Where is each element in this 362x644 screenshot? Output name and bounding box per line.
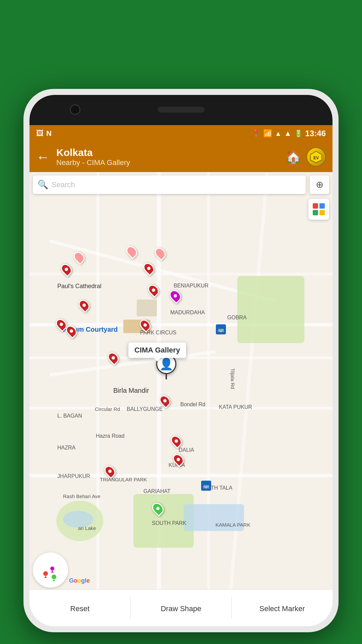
status-left-icons: 🖼 N xyxy=(36,129,52,138)
grid-cell-blue xyxy=(319,203,325,209)
image-status-icon: 🖼 xyxy=(36,129,44,138)
map-label-tiljala: Tiljala Rd xyxy=(230,368,236,389)
svg-point-7 xyxy=(52,575,56,579)
map-label-ari-lake: ari Lake xyxy=(78,525,96,531)
svg-point-5 xyxy=(50,567,54,571)
toolbar-icons: 🏠 EV xyxy=(286,147,326,167)
map-label-jharpukur: JHARPUKUR xyxy=(57,473,90,479)
toolbar-city: Kolkata xyxy=(56,147,286,158)
phone-frame: 🖼 N 📍 📶 ▲ ▲ 🔋 13:46 ← Kolkata Nearby - C… xyxy=(23,89,339,632)
transit-icon-1: 🚌 xyxy=(216,324,226,334)
draw-shape-label: Draw Shape xyxy=(161,604,201,613)
battery-status-icon: 🔋 xyxy=(294,129,303,138)
map-label-bagan: L. BAGAN xyxy=(57,413,82,419)
map-label-kata: KATA PUKUR xyxy=(219,404,252,410)
map-label-birla: Birla Mandir xyxy=(113,387,149,394)
camera xyxy=(70,104,80,115)
marker-pink-2[interactable] xyxy=(127,246,136,258)
map-label-kamala-park: KAMALA PARK xyxy=(216,522,250,528)
grid-icon xyxy=(313,203,325,215)
notification-status-icon: N xyxy=(46,129,52,138)
transit-icon-2: 🚌 xyxy=(201,481,211,491)
search-placeholder: Search xyxy=(52,180,75,189)
status-icons-right: 📍 📶 ▲ ▲ 🔋 13:46 xyxy=(251,129,326,138)
speaker xyxy=(158,107,204,113)
map-label-gobra: GOBRA xyxy=(227,315,247,321)
marker-red-3[interactable] xyxy=(149,284,158,296)
marker-red-11[interactable] xyxy=(174,453,183,466)
svg-point-3 xyxy=(43,571,48,576)
status-bar: 🖼 N 📍 📶 ▲ ▲ 🔋 13:46 xyxy=(29,125,333,142)
home-icon[interactable]: 🏠 xyxy=(286,150,301,164)
marker-red-6[interactable] xyxy=(67,325,76,337)
cima-tooltip[interactable]: CIMA Gallery xyxy=(128,342,186,358)
block-1 xyxy=(137,300,157,316)
marker-red-4[interactable] xyxy=(79,299,89,311)
map-label-gariahat: GARIAHAT xyxy=(143,488,171,494)
marker-red-12[interactable] xyxy=(105,465,115,477)
signal-status-icon: ▲ xyxy=(275,130,282,138)
map-label-rash-behari: Rash Behari Ave xyxy=(63,493,100,499)
map-label-circular: Circular Rd xyxy=(95,406,120,412)
nav-select-marker[interactable]: Select Marker xyxy=(232,590,333,626)
phone-inner: 🖼 N 📍 📶 ▲ ▲ 🔋 13:46 ← Kolkata Nearby - C… xyxy=(29,95,333,626)
park-1 xyxy=(237,276,304,343)
marker-red-9[interactable] xyxy=(160,395,170,407)
marker-red-5[interactable] xyxy=(57,318,66,330)
google-text: Google xyxy=(69,577,90,584)
status-time: 13:46 xyxy=(305,129,326,138)
svg-point-2 xyxy=(36,555,65,585)
search-icon: 🔍 xyxy=(38,179,48,190)
marker-red-2[interactable] xyxy=(144,262,154,274)
marker-green-1[interactable] xyxy=(153,502,163,515)
toolbar-subtitle: Nearby - CIMA Gallery xyxy=(56,158,286,167)
marker-red-7[interactable] xyxy=(140,319,150,331)
svg-text:EV: EV xyxy=(313,156,319,160)
user-pin-tail xyxy=(166,374,167,379)
reset-label: Reset xyxy=(70,604,89,613)
wifi-status-icon: 📶 xyxy=(263,129,272,138)
search-bar[interactable]: 🔍 Search xyxy=(33,175,306,194)
google-logo-area xyxy=(33,552,71,588)
nav-reset[interactable]: Reset xyxy=(29,590,130,626)
marker-pink-1[interactable] xyxy=(74,251,84,263)
map-label-dalia: DALIA xyxy=(179,447,194,453)
map-label-beniapukur: BENIAPUKUR xyxy=(174,283,208,289)
map-label-madurdaha: MADURDAHA xyxy=(170,310,205,316)
signal2-status-icon: ▲ xyxy=(284,129,292,138)
select-marker-label: Select Marker xyxy=(259,604,305,613)
map-label-triangular: TRIANGULAR PARK xyxy=(100,477,147,482)
bottom-nav: Reset Draw Shape Select Marker xyxy=(29,589,333,626)
grid-cell-green xyxy=(313,210,318,215)
back-button[interactable]: ← xyxy=(36,150,50,165)
location-button[interactable]: ⊕ xyxy=(310,175,329,194)
marker-red-10[interactable] xyxy=(172,435,181,447)
toolbar-title-area: Kolkata Nearby - CIMA Gallery xyxy=(56,147,286,167)
map-label-ballygunge: BALLYGUNGE xyxy=(127,406,163,412)
ev-badge[interactable]: EV xyxy=(306,147,326,167)
map-label-hazra-road: Hazra Road xyxy=(96,433,124,439)
grid-button[interactable] xyxy=(308,199,329,220)
marker-magenta-1[interactable] xyxy=(170,289,180,302)
map-label-hazra: HAZRA xyxy=(57,445,75,451)
marker-red-8[interactable] xyxy=(109,352,118,364)
grid-cell-yellow xyxy=(319,210,325,215)
nav-draw-shape[interactable]: Draw Shape xyxy=(131,590,232,626)
marker-pink-3[interactable] xyxy=(156,247,165,259)
grid-cell-red xyxy=(313,203,318,209)
phone-top-bar xyxy=(29,95,333,125)
map-label-south-park: SOUTH PARK xyxy=(152,520,186,526)
app-toolbar: ← Kolkata Nearby - CIMA Gallery 🏠 EV xyxy=(29,142,333,172)
marker-red-1[interactable] xyxy=(62,263,71,275)
map-area[interactable]: Paul's Cathedral Forum Courtyard BENIAPU… xyxy=(29,172,333,589)
map-label-bondel: Bondel Rd xyxy=(180,401,205,408)
location-status-icon: 📍 xyxy=(251,129,260,138)
map-label-pauls: Paul's Cathedral xyxy=(57,283,102,290)
